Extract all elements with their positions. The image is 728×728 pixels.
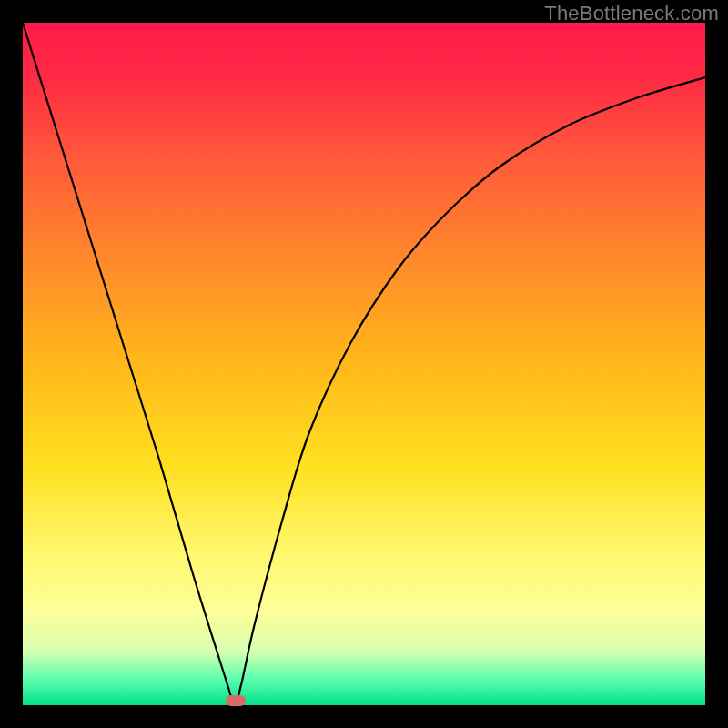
minimum-marker [226,695,246,706]
curve-path [23,23,705,705]
attribution-text: TheBottleneck.com [544,2,719,25]
bottleneck-curve [23,23,705,705]
